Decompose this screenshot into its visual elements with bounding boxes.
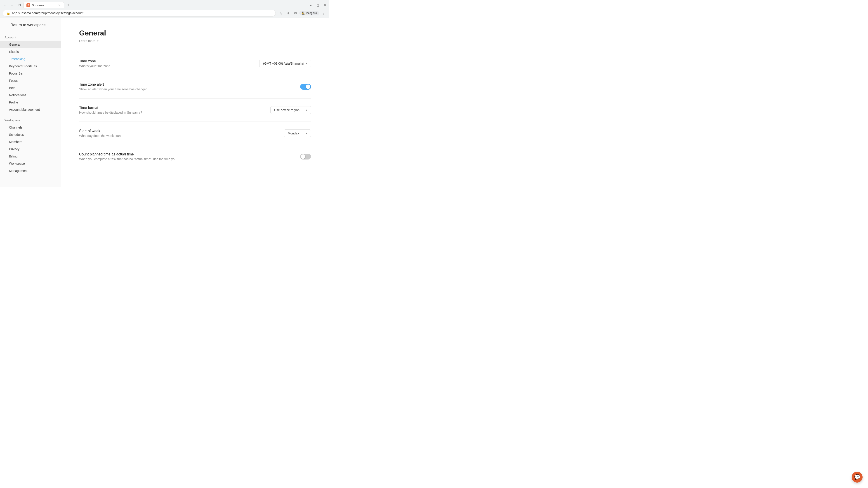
count-planned-time-control (300, 154, 311, 160)
time-zone-alert-info: Time zone alert Show an alert when your … (79, 83, 148, 91)
time-zone-alert-description: Show an alert when your time zone has ch… (79, 88, 148, 91)
time-zone-dropdown[interactable]: (GMT +08:00) Asia/Shanghai ▾ (259, 60, 311, 67)
sidebar-item-rituals[interactable]: Rituals (0, 48, 61, 55)
count-planned-time-section: Count planned time as actual time When y… (79, 145, 311, 168)
sidebar: ← Return to workspace Account General Ri… (0, 18, 61, 187)
external-link-icon: ↗ (96, 39, 99, 43)
learn-more-label: Learn more (79, 39, 95, 43)
sidebar-item-focus[interactable]: Focus (0, 77, 61, 84)
incognito-icon: 🕵 (302, 11, 305, 15)
time-zone-alert-label: Time zone alert (79, 83, 148, 87)
browser-chrome: ← → ↻ S Sunsama ✕ + – ◻ ✕ 🔒 app.sunsama.… (0, 0, 329, 18)
time-zone-alert-toggle[interactable] (300, 84, 311, 90)
browser-actions: ☆ ⬇ ⧉ 🕵 Incognito ⋮ (278, 10, 327, 16)
start-of-week-dropdown[interactable]: Monday ▾ (284, 129, 311, 137)
page-title: General (79, 29, 311, 37)
app-container: ← Return to workspace Account General Ri… (0, 18, 329, 187)
start-of-week-label: Start of week (79, 129, 121, 133)
url-bar[interactable]: 🔒 app.sunsama.com/group/moodjoy/settings… (3, 10, 276, 17)
back-button[interactable]: ← (2, 2, 8, 8)
close-window-button[interactable]: ✕ (323, 3, 327, 7)
new-tab-button[interactable]: + (65, 2, 71, 8)
count-planned-time-label: Count planned time as actual time (79, 152, 176, 156)
count-planned-time-info: Count planned time as actual time When y… (79, 152, 176, 161)
incognito-badge[interactable]: 🕵 Incognito (299, 11, 319, 15)
forward-button[interactable]: → (9, 2, 16, 8)
download-button[interactable]: ⬇ (285, 10, 291, 16)
count-planned-time-row: Count planned time as actual time When y… (79, 152, 311, 161)
tab-favicon: S (26, 3, 30, 7)
bookmark-button[interactable]: ☆ (278, 10, 284, 16)
count-planned-time-toggle[interactable] (300, 154, 311, 160)
return-to-workspace-link[interactable]: ← Return to workspace (0, 18, 61, 32)
time-format-description: How should times be displayed in Sunsama… (79, 111, 142, 114)
count-planned-time-description: When you complete a task that has no "ac… (79, 157, 176, 161)
chevron-down-icon: ▾ (306, 62, 307, 65)
split-screen-button[interactable]: ⧉ (292, 10, 298, 16)
sidebar-item-keyboard-shortcuts[interactable]: Keyboard Shortcuts (0, 63, 61, 70)
sidebar-item-privacy[interactable]: Privacy (0, 145, 61, 153)
sidebar-item-timeboxing[interactable]: Timeboxing (0, 55, 61, 63)
sidebar-item-profile[interactable]: Profile (0, 99, 61, 106)
start-of-week-section: Start of week What day does the week sta… (79, 122, 311, 145)
start-of-week-description: What day does the week start (79, 134, 121, 138)
sidebar-item-billing[interactable]: Billing (0, 153, 61, 160)
time-zone-alert-section: Time zone alert Show an alert when your … (79, 75, 311, 98)
minimize-button[interactable]: – (308, 3, 313, 7)
sidebar-item-general[interactable]: General (0, 41, 61, 48)
time-zone-value: (GMT +08:00) Asia/Shanghai (263, 62, 304, 65)
sidebar-item-beta[interactable]: Beta (0, 84, 61, 92)
return-arrow-icon: ← (4, 23, 8, 27)
time-format-row: Time format How should times be displaye… (79, 106, 311, 114)
chevron-down-icon-3: ▾ (306, 132, 307, 135)
reload-button[interactable]: ↻ (16, 2, 23, 8)
toggle-knob (306, 85, 310, 89)
time-zone-label: Time zone (79, 59, 110, 63)
time-format-value: Use device region (274, 108, 300, 112)
time-zone-row: Time zone What's your time zone (GMT +08… (79, 59, 311, 68)
sidebar-item-members[interactable]: Members (0, 138, 61, 145)
start-of-week-control: Monday ▾ (284, 129, 311, 137)
start-of-week-value: Monday (288, 131, 299, 135)
tab-close-button[interactable]: ✕ (58, 3, 61, 7)
tab-bar: ← → ↻ S Sunsama ✕ + – ◻ ✕ (0, 0, 329, 8)
start-of-week-info: Start of week What day does the week sta… (79, 129, 121, 138)
time-zone-info: Time zone What's your time zone (79, 59, 110, 68)
browser-tab: S Sunsama ✕ (24, 2, 64, 8)
time-format-info: Time format How should times be displaye… (79, 106, 142, 114)
window-controls: – ◻ ✕ (308, 3, 327, 7)
sidebar-item-account-management[interactable]: Account Management (0, 106, 61, 113)
workspace-section-label: Workspace (0, 119, 61, 124)
sidebar-item-notifications[interactable]: Notifications (0, 92, 61, 99)
chevron-down-icon-2: ▾ (306, 109, 307, 111)
time-zone-control: (GMT +08:00) Asia/Shanghai ▾ (259, 60, 311, 67)
learn-more-link[interactable]: Learn more ↗ (79, 39, 311, 43)
tab-title: Sunsama (32, 4, 56, 7)
sidebar-item-schedules[interactable]: Schedules (0, 131, 61, 138)
time-format-control: Use device region ▾ (270, 106, 311, 114)
workspace-section: Workspace Channels Schedules Members Pri… (0, 115, 61, 176)
incognito-label: Incognito (306, 11, 317, 15)
toggle-knob-2 (301, 154, 305, 159)
start-of-week-row: Start of week What day does the week sta… (79, 129, 311, 138)
menu-button[interactable]: ⋮ (320, 10, 327, 16)
time-format-dropdown[interactable]: Use device region ▾ (270, 106, 311, 114)
return-to-workspace-label: Return to workspace (10, 23, 46, 27)
time-zone-alert-row: Time zone alert Show an alert when your … (79, 83, 311, 91)
account-section: Account General Rituals Timeboxing Keybo… (0, 32, 61, 115)
main-content: General Learn more ↗ Time zone What's yo… (61, 18, 329, 187)
address-bar: 🔒 app.sunsama.com/group/moodjoy/settings… (0, 8, 329, 18)
url-text: app.sunsama.com/group/moodjoy/settings/a… (12, 11, 272, 15)
time-format-label: Time format (79, 106, 142, 110)
sidebar-item-workspace[interactable]: Workspace (0, 160, 61, 167)
restore-button[interactable]: ◻ (315, 3, 320, 7)
sidebar-item-focus-bar[interactable]: Focus Bar (0, 70, 61, 77)
time-zone-description: What's your time zone (79, 64, 110, 68)
sidebar-item-management[interactable]: Management (0, 167, 61, 174)
time-zone-alert-control (300, 84, 311, 90)
sidebar-item-channels[interactable]: Channels (0, 124, 61, 131)
time-zone-section: Time zone What's your time zone (GMT +08… (79, 52, 311, 75)
time-format-section: Time format How should times be displaye… (79, 98, 311, 122)
account-section-label: Account (0, 36, 61, 41)
